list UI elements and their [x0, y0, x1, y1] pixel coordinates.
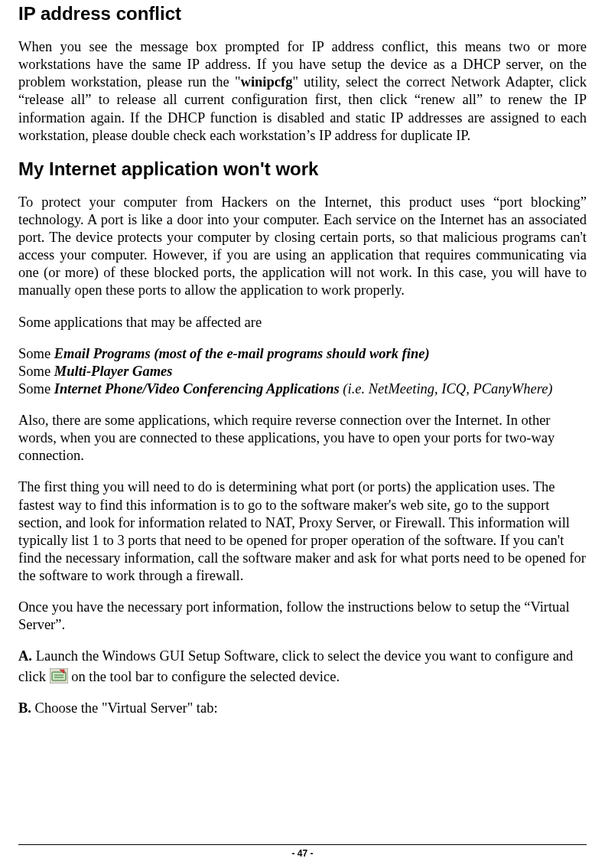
paragraph-reverse-connection: Also, there are some applications, which…	[18, 412, 587, 465]
list-item-strong: Multi-Player Games	[54, 364, 173, 379]
footer-rule	[18, 844, 587, 845]
affected-list: Some Email Programs (most of the e-mail …	[18, 345, 587, 398]
command-winipcfg: winipcfg	[241, 74, 293, 90]
list-item: Some Email Programs (most of the e-mail …	[18, 345, 587, 363]
paragraph-find-ports: The first thing you will need to do is d…	[18, 478, 587, 585]
list-item: Some Multi-Player Games	[18, 363, 587, 380]
step-b: B. Choose the "Virtual Server" tab:	[18, 700, 587, 717]
list-item: Some Internet Phone/Video Conferencing A…	[18, 380, 587, 398]
page: IP address conflict When you see the mes…	[0, 0, 605, 868]
step-b-label: B.	[18, 700, 31, 716]
list-item-prefix: Some	[18, 346, 54, 361]
step-b-text: Choose the "Virtual Server" tab:	[31, 700, 218, 716]
list-item-tail: (i.e. NetMeeting, ICQ, PCanyWhere)	[340, 381, 553, 396]
toolbar-configure-icon	[50, 668, 68, 688]
list-item-strong: Email Programs (most of the e-mail progr…	[54, 346, 430, 361]
heading-ip-conflict: IP address conflict	[18, 3, 587, 24]
step-a-label: A.	[18, 648, 32, 664]
step-a-text-2: on the tool bar to configure the selecte…	[68, 669, 340, 684]
paragraph-ip-conflict: When you see the message box prompted fo…	[18, 38, 587, 145]
heading-app-wont-work: My Internet application won't work	[18, 158, 587, 180]
page-footer: - 47 -	[18, 844, 587, 859]
list-item-prefix: Some	[18, 364, 54, 379]
paragraph-follow-instructions: Once you have the necessary port informa…	[18, 599, 587, 634]
list-item-strong: Internet Phone/Video Conferencing Applic…	[54, 381, 340, 396]
paragraph-port-blocking: To protect your computer from Hackers on…	[18, 194, 587, 300]
list-item-prefix: Some	[18, 381, 54, 396]
page-number: - 47 -	[18, 848, 587, 859]
step-a: A. Launch the Windows GUI Setup Software…	[18, 648, 587, 685]
affected-intro: Some applications that may be affected a…	[18, 314, 587, 331]
